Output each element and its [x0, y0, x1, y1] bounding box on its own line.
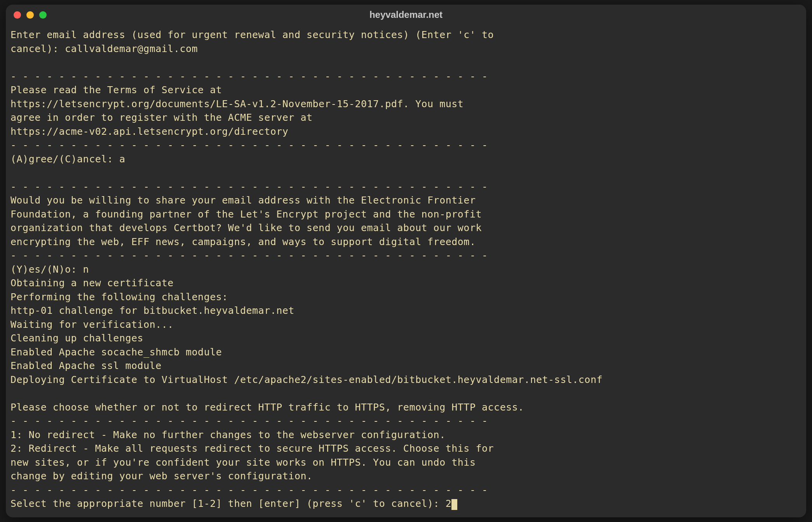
terminal-prompt-line: Select the appropriate number [1-2] then… [10, 498, 451, 509]
terminal-line: Please choose whether or not to redirect… [10, 402, 524, 413]
terminal-line: http-01 challenge for bitbucket.heyvalde… [10, 305, 294, 316]
terminal-line: agree in order to register with the ACME… [10, 112, 313, 123]
terminal-line: Enter email address (used for urgent ren… [10, 29, 494, 40]
terminal-line: https://acme-v02.api.letsencrypt.org/dir… [10, 126, 288, 137]
title-bar: heyvaldemar.net [6, 5, 806, 25]
terminal-line: cancel): callvaldemar@gmail.com [10, 43, 198, 54]
maximize-icon[interactable] [39, 11, 47, 19]
terminal-window: heyvaldemar.net Enter email address (use… [6, 5, 806, 517]
terminal-line: (A)gree/(C)ancel: a [10, 153, 125, 165]
terminal-line: Enabled Apache ssl module [10, 360, 162, 371]
minimize-icon[interactable] [26, 11, 34, 19]
terminal-line: organization that develops Certbot? We'd… [10, 222, 482, 233]
terminal-line: - - - - - - - - - - - - - - - - - - - - … [10, 139, 488, 151]
window-title: heyvaldemar.net [369, 9, 443, 20]
traffic-lights [14, 11, 47, 19]
terminal-content[interactable]: Enter email address (used for urgent ren… [6, 25, 806, 517]
terminal-line: encrypting the web, EFF news, campaigns,… [10, 236, 476, 247]
terminal-line: 1: No redirect - Make no further changes… [10, 429, 446, 440]
terminal-line: - - - - - - - - - - - - - - - - - - - - … [10, 250, 488, 261]
terminal-line: Deploying Certificate to VirtualHost /et… [10, 374, 603, 385]
terminal-line: - - - - - - - - - - - - - - - - - - - - … [10, 484, 488, 496]
terminal-line: - - - - - - - - - - - - - - - - - - - - … [10, 71, 488, 82]
cursor-icon [451, 499, 457, 510]
terminal-line: - - - - - - - - - - - - - - - - - - - - … [10, 415, 488, 426]
terminal-line: Waiting for verification... [10, 319, 174, 330]
close-icon[interactable] [14, 11, 21, 19]
terminal-line: 2: Redirect - Make all requests redirect… [10, 443, 494, 454]
terminal-line: change by editing your web server's conf… [10, 470, 313, 482]
terminal-line: - - - - - - - - - - - - - - - - - - - - … [10, 181, 488, 192]
terminal-line: Obtaining a new certificate [10, 277, 174, 289]
terminal-line: Please read the Terms of Service at [10, 84, 222, 96]
terminal-line: Enabled Apache socache_shmcb module [10, 346, 222, 358]
terminal-line: new sites, or if you're confident your s… [10, 457, 476, 468]
terminal-line: (Y)es/(N)o: n [10, 264, 89, 275]
terminal-line: Would you be willing to share your email… [10, 195, 476, 206]
terminal-line: Performing the following challenges: [10, 291, 228, 303]
terminal-line: Foundation, a founding partner of the Le… [10, 209, 482, 220]
terminal-line: Cleaning up challenges [10, 332, 143, 344]
terminal-line: https://letsencrypt.org/documents/LE-SA-… [10, 98, 464, 110]
